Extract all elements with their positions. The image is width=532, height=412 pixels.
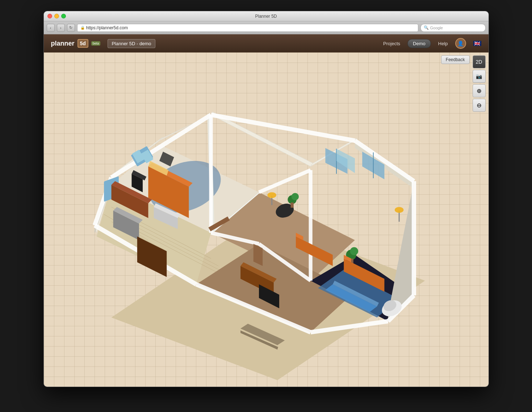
svg-point-81 [394,207,403,213]
mac-window: Planner 5D ‹ › ↻ 🔒 https://planner5d.com… [43,11,489,387]
projects-link[interactable]: Projects [383,41,400,46]
search-bar[interactable]: 🔍 Google [420,24,486,32]
user-avatar[interactable]: 👤 [455,38,466,49]
reload-button[interactable]: ↻ [67,24,75,32]
back-icon: ‹ [50,26,51,30]
maximize-button[interactable] [61,14,66,18]
url-bar[interactable]: 🔒 https://planner5d.com [77,24,418,32]
app-header: planner 5d beta Planner 5D - demo Projec… [44,34,489,52]
svg-point-58 [291,193,298,200]
logo-area: planner 5d beta [51,39,101,48]
main-canvas[interactable]: Feedback 2D 📷 ⊕ ⊖ [44,52,489,387]
minimize-button[interactable] [54,14,59,18]
zoom-out-button[interactable]: ⊖ [473,99,486,112]
logo-5d-badge: 5d [78,39,88,48]
forward-icon: › [60,26,62,30]
floorplan-svg [51,67,467,380]
reload-icon: ↻ [69,25,72,30]
right-toolbar: 2D 📷 ⊕ ⊖ [473,55,486,112]
project-name[interactable]: Planner 5D - demo [108,39,155,48]
view-2d-button[interactable]: 2D [473,55,486,68]
close-button[interactable] [47,14,52,18]
zoom-in-icon: ⊕ [477,88,481,94]
forward-button[interactable]: › [57,24,65,32]
svg-line-26 [211,115,355,140]
url-text: https://planner5d.com [86,25,128,30]
floorplan-container [51,67,467,380]
logo-text: planner [51,40,75,47]
zoom-in-button[interactable]: ⊕ [473,84,486,97]
address-bar: ‹ › ↻ 🔒 https://planner5d.com 🔍 Google [44,21,489,34]
zoom-out-icon: ⊖ [477,102,481,109]
camera-icon: 📷 [476,73,482,79]
help-link[interactable]: Help [438,41,448,46]
svg-point-61 [267,192,276,198]
demo-button[interactable]: Demo [407,39,431,48]
beta-badge: beta [91,41,101,46]
header-nav: Projects Demo Help 👤 🇬🇧 [383,38,481,49]
svg-rect-59 [290,203,293,208]
back-button[interactable]: ‹ [47,24,55,32]
feedback-button[interactable]: Feedback [441,55,470,64]
title-bar: Planner 5D [44,11,489,21]
svg-marker-17 [211,112,313,166]
screenshot-button[interactable]: 📷 [473,70,486,83]
window-controls [44,14,66,18]
language-flag[interactable]: 🇬🇧 [473,41,481,46]
svg-line-34 [259,170,311,192]
search-icon: 🔍 [424,25,429,30]
svg-point-77 [350,247,358,255]
url-lock-icon: 🔒 [80,26,85,30]
window-title: Planner 5D [255,14,277,19]
search-placeholder: Google [430,26,443,30]
